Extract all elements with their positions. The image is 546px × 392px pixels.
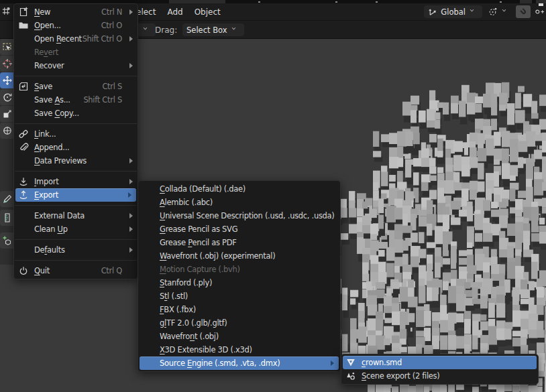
menu-item-label: Import [34, 177, 58, 186]
no-icon [18, 155, 29, 166]
workspace-tab-dot [376, 1, 378, 3]
menu-select[interactable]: elect [136, 7, 156, 17]
menu-item-label: X3D Extensible 3D (.x3d) [160, 345, 252, 354]
menu-item-external-data[interactable]: External Data [14, 209, 138, 222]
menu-item-open[interactable]: Open...Ctrl O [14, 19, 138, 32]
header-right-controls: Global [424, 3, 546, 20]
menu-add[interactable]: Add [167, 7, 182, 17]
menu-separator [14, 120, 138, 127]
tool-measure[interactable] [0, 210, 13, 226]
measure-icon [2, 212, 13, 223]
menu-item-wavefront-obj-experimental[interactable]: Wavefront (.obj) (experimental) [138, 249, 340, 263]
tool-add-cube[interactable] [0, 233, 13, 249]
menu-item-grease-pencil-as-svg[interactable]: Grease Pencil as SVG [138, 222, 340, 236]
menu-item-new[interactable]: NewCtrl N [14, 5, 138, 19]
menu-item-x3d-extensible-3d-x3d[interactable]: X3D Extensible 3D (.x3d) [138, 343, 340, 356]
menu-separator [14, 168, 138, 175]
folder-icon [18, 20, 29, 31]
cursor-icon [2, 58, 13, 69]
menu-item-scene-export-2-files[interactable]: Scene export (2 files) [341, 369, 538, 383]
menu-item-import[interactable]: Import [14, 175, 138, 188]
menu-item-motion-capture-bvh: Motion Capture (.bvh) [138, 263, 340, 276]
menu-item-append[interactable]: Append... [14, 141, 138, 154]
no-icon [18, 94, 29, 105]
menu-item-label: Scene export (2 files) [362, 371, 439, 381]
menu-item-label: Save As... [34, 95, 70, 105]
menu-item-clean-up[interactable]: Clean Up [14, 222, 138, 236]
tool-cursor[interactable] [0, 56, 13, 72]
editor-type-icon[interactable] [1, 6, 13, 17]
tool-select-box[interactable] [0, 39, 13, 55]
tool-transform[interactable] [0, 123, 13, 139]
menu-item-shortcut: Ctrl Q [101, 266, 122, 275]
menu-item-label: crown.smd [362, 358, 402, 367]
no-icon [18, 245, 29, 255]
menu-item-shortcut: Ctrl O [101, 21, 122, 30]
menu-item-export[interactable]: Export [15, 188, 136, 202]
menu-item-link[interactable]: Link... [14, 127, 138, 141]
workspace-tab-dot [500, 1, 502, 3]
tool-scale[interactable] [0, 106, 13, 122]
menu-item-gltf-2-0-glb-gltf[interactable]: glTF 2.0 (.glb/.gltf) [138, 316, 340, 330]
menu-item-label: Clean Up [34, 224, 68, 234]
rotate-icon [2, 92, 13, 103]
menu-item-save[interactable]: SaveCtrl S [14, 80, 138, 93]
menu-item-data-previews[interactable]: Data Previews [14, 154, 138, 168]
menu-separator [14, 236, 138, 243]
pivot-point-dropdown[interactable] [486, 5, 512, 18]
menu-item-wavefront-obj[interactable]: Wavefront (.obj) [138, 330, 340, 343]
menu-item-label: Revert [34, 48, 58, 57]
menu-item-stl-stl[interactable]: Stl (.stl) [138, 289, 340, 303]
transform-icon [2, 125, 13, 136]
menu-object[interactable]: Object [195, 7, 221, 17]
blender-window: elect Add Object Global [0, 0, 546, 392]
quit-icon [18, 265, 29, 276]
menu-item-label: Open Recent [34, 34, 82, 44]
menu-item-stanford-ply[interactable]: Stanford (.ply) [138, 276, 340, 289]
menu-item-quit[interactable]: QuitCtrl Q [14, 264, 138, 277]
tool-move[interactable] [0, 72, 13, 88]
chevron-down-icon [468, 7, 478, 17]
submenu-arrow-icon [127, 63, 133, 68]
menu-item-open-recent[interactable]: Open RecentShift Ctrl O [14, 32, 138, 46]
add-cube-icon [2, 235, 13, 246]
menu-item-source-engine-smd-vta-dmx[interactable]: Source Engine (.smd, .vta, .dmx) [140, 356, 339, 370]
submenu-arrow-icon [127, 9, 133, 15]
tool-annotate[interactable] [0, 191, 13, 207]
menu-item-label: Stanford (.ply) [160, 278, 212, 287]
menu-item-label: Stl (.stl) [160, 291, 188, 301]
menu-item-label: Wavefront (.obj) (experimental) [160, 251, 275, 261]
menu-item-shortcut: Ctrl S [102, 82, 122, 91]
menu-item-recover[interactable]: Recover [14, 59, 138, 72]
menu-item-crown-smd[interactable]: crown.smd [343, 356, 537, 369]
menu-item-universal-scene-description-usd-usdc-usda[interactable]: Universal Scene Description (.usd, .usdc… [138, 209, 340, 222]
menu-item-save-copy[interactable]: Save Copy... [14, 107, 138, 120]
select-box-icon [2, 42, 13, 52]
tool-shelf [0, 39, 13, 265]
snap-magnet-toggle[interactable] [516, 5, 531, 18]
workspace-tab-dot [335, 1, 337, 3]
menu-item-label: Alembic (.abc) [160, 198, 213, 207]
menu-item-save-as[interactable]: Save As...Shift Ctrl S [14, 93, 138, 107]
drag-mode-dropdown[interactable]: Select Box [182, 23, 244, 36]
menu-item-fbx-fbx[interactable]: FBX (.fbx) [138, 303, 340, 316]
menu-item-shortcut: Shift Ctrl S [83, 95, 122, 105]
menu-item-label: Save [34, 82, 52, 91]
tool-rotate[interactable] [0, 89, 13, 105]
no-icon [18, 210, 29, 221]
menu-item-grease-pencil-as-pdf[interactable]: Grease Pencil as PDF [138, 236, 340, 249]
submenu-arrow-icon [125, 192, 131, 198]
no-icon [18, 47, 29, 58]
save-icon [18, 81, 29, 92]
menu-item-collada-default-dae[interactable]: Collada (Default) (.dae) [138, 182, 340, 196]
menu-item-alembic-abc[interactable]: Alembic (.abc) [138, 196, 340, 209]
menu-item-defaults[interactable]: Defaults [14, 243, 138, 257]
menu-item-label: Append... [34, 143, 69, 152]
submenu-arrow-icon [127, 158, 133, 164]
menu-separator [14, 72, 138, 80]
transform-orientation-dropdown[interactable]: Global [424, 5, 482, 18]
proportional-editing-dropdown[interactable] [535, 5, 546, 18]
chevron-down-icon [230, 25, 240, 35]
menu-item-shortcut: Ctrl N [101, 7, 122, 17]
drag-label: Drag: [155, 25, 177, 35]
